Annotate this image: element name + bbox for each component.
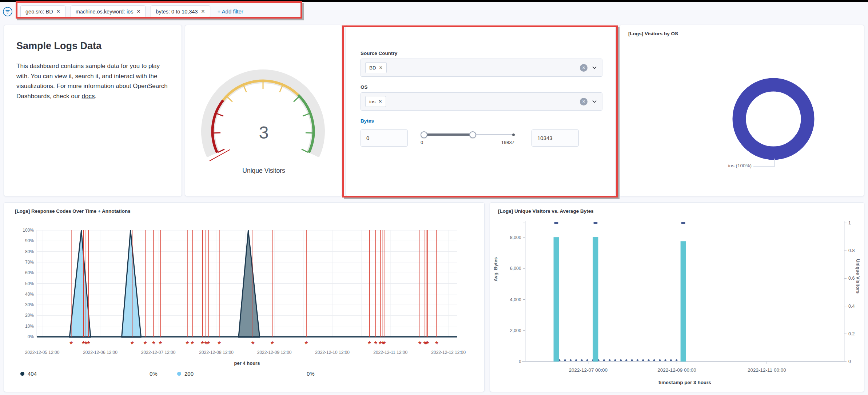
bytes-from-input[interactable]: 0 bbox=[361, 129, 408, 147]
donut-slice-label[interactable]: ios (100%) bbox=[683, 163, 752, 168]
filter-pill-label: machine.os.keyword: ios bbox=[76, 9, 134, 15]
svg-text:2022-12-08 12:00: 2022-12-08 12:00 bbox=[199, 350, 234, 355]
svg-text:6,000: 6,000 bbox=[510, 266, 521, 271]
svg-text:0%: 0% bbox=[28, 334, 34, 339]
svg-text:20%: 20% bbox=[25, 313, 34, 318]
legend-label: 404 bbox=[28, 371, 37, 377]
svg-text:10%: 10% bbox=[25, 324, 34, 329]
gauge-caption: Unique Visitors bbox=[185, 167, 342, 175]
legend-pct-404: 0% bbox=[150, 371, 158, 377]
docs-link[interactable]: docs bbox=[82, 93, 95, 100]
svg-text:*: * bbox=[152, 339, 155, 349]
svg-text:*: * bbox=[304, 339, 308, 349]
svg-text:2022-12-06 12:00: 2022-12-06 12:00 bbox=[83, 350, 118, 355]
svg-text:*: * bbox=[382, 339, 386, 349]
legend-pct-200: 0% bbox=[307, 371, 315, 377]
clear-selection-icon[interactable]: ✕ bbox=[580, 98, 588, 105]
legend-label: 200 bbox=[184, 371, 194, 377]
svg-text:*: * bbox=[191, 339, 194, 349]
svg-text:2022-12-05 12:00: 2022-12-05 12:00 bbox=[25, 350, 60, 355]
svg-text:*: * bbox=[251, 339, 255, 349]
remove-filter-icon[interactable]: ✕ bbox=[56, 9, 60, 14]
svg-text:*: * bbox=[426, 339, 429, 349]
source-country-tag[interactable]: BD ✕ bbox=[365, 62, 387, 73]
slider-handle-from[interactable] bbox=[421, 131, 427, 138]
slider-max-label: 19837 bbox=[501, 140, 514, 145]
svg-text:80%: 80% bbox=[25, 249, 34, 254]
svg-text:2022-12-09 12:00: 2022-12-09 12:00 bbox=[257, 350, 292, 355]
remove-tag-icon[interactable]: ✕ bbox=[379, 65, 383, 70]
svg-text:*: * bbox=[207, 339, 210, 349]
remove-filter-icon[interactable]: ✕ bbox=[201, 9, 205, 14]
svg-text:*: * bbox=[218, 339, 221, 349]
svg-text:per 4 hours: per 4 hours bbox=[234, 360, 260, 366]
legend-item-200[interactable]: 200 bbox=[177, 371, 194, 377]
gauge-value: 3 bbox=[185, 123, 342, 143]
svg-text:2022-12-11 12:00: 2022-12-11 12:00 bbox=[373, 350, 407, 355]
chevron-down-icon[interactable] bbox=[591, 98, 598, 105]
svg-text:*: * bbox=[201, 339, 204, 349]
remove-filter-icon[interactable]: ✕ bbox=[136, 9, 140, 14]
response-codes-chart[interactable]: 100%90%80%70%60%50%40%30%20%10%0%*******… bbox=[4, 203, 485, 392]
source-country-label: Source Country bbox=[361, 51, 397, 56]
svg-text:*: * bbox=[368, 339, 371, 349]
sample-logs-suffix: . bbox=[95, 93, 96, 100]
visitors-vs-bytes-chart[interactable]: 8,0006,0004,0002,000010.80.60.40.202022-… bbox=[490, 203, 865, 392]
filter-pill-label: bytes: 0 to 10,343 bbox=[156, 9, 198, 15]
filter-menu-icon[interactable] bbox=[3, 7, 13, 17]
svg-text:*: * bbox=[69, 339, 73, 349]
filter-pill-geo-src[interactable]: geo.src: BD ✕ bbox=[20, 5, 65, 17]
svg-text:2022-12-09 00:00: 2022-12-09 00:00 bbox=[657, 367, 696, 373]
svg-text:0.6: 0.6 bbox=[848, 276, 855, 281]
svg-text:1: 1 bbox=[848, 220, 851, 226]
svg-text:70%: 70% bbox=[25, 260, 34, 265]
left-axis-title: Avg. Bytes bbox=[493, 257, 498, 282]
svg-text:2022-12-12 12:00: 2022-12-12 12:00 bbox=[431, 350, 466, 355]
panel-sample-logs: Sample Logs Data This dashboard contains… bbox=[4, 25, 182, 196]
svg-text:0.4: 0.4 bbox=[848, 304, 855, 309]
svg-text:8,000: 8,000 bbox=[510, 235, 521, 240]
clear-selection-icon[interactable]: ✕ bbox=[580, 64, 588, 72]
svg-text:*: * bbox=[374, 339, 377, 349]
right-axis-title: Unique Visitors bbox=[855, 259, 861, 294]
os-label: OS bbox=[361, 84, 368, 90]
os-combobox[interactable]: ios ✕ ✕ bbox=[361, 92, 602, 111]
svg-text:*: * bbox=[159, 339, 162, 349]
os-tag[interactable]: ios ✕ bbox=[365, 96, 386, 107]
filter-pill-bytes[interactable]: bytes: 0 to 10,343 ✕ bbox=[151, 5, 210, 17]
panel-unique-visitors-gauge: 3 Unique Visitors bbox=[185, 25, 342, 196]
source-country-combobox[interactable]: BD ✕ ✕ bbox=[361, 59, 602, 77]
legend-item-404[interactable]: 404 bbox=[20, 371, 37, 377]
slider-max-dot bbox=[512, 133, 515, 136]
svg-text:*: * bbox=[144, 339, 147, 349]
svg-text:100%: 100% bbox=[23, 228, 34, 233]
legend-dot-200 bbox=[177, 372, 181, 376]
svg-text:0.8: 0.8 bbox=[848, 248, 855, 253]
svg-text:*: * bbox=[435, 339, 438, 349]
svg-text:2022-12-07 00:00: 2022-12-07 00:00 bbox=[569, 367, 608, 373]
sample-logs-title: Sample Logs Data bbox=[16, 40, 169, 52]
tag-label: BD bbox=[369, 65, 376, 71]
filter-pill-machine-os[interactable]: machine.os.keyword: ios ✕ bbox=[71, 5, 146, 17]
chevron-down-icon[interactable] bbox=[591, 64, 598, 71]
filter-pill-label: geo.src: BD bbox=[25, 9, 53, 15]
panel-visitors-vs-bytes: [Logs] Unique Visitors vs. Average Bytes… bbox=[490, 202, 864, 392]
sample-logs-body: This dashboard contains sample data for … bbox=[16, 61, 174, 101]
svg-text:40%: 40% bbox=[25, 292, 34, 297]
slider-handle-to[interactable] bbox=[469, 131, 476, 138]
visitors-by-os-donut-chart[interactable] bbox=[620, 25, 865, 197]
add-filter-link[interactable]: + Add filter bbox=[218, 8, 243, 15]
bytes-to-input[interactable]: 10343 bbox=[531, 129, 579, 147]
slider-active-range bbox=[424, 133, 473, 136]
svg-text:*: * bbox=[418, 339, 421, 349]
svg-text:2022-12-10 12:00: 2022-12-10 12:00 bbox=[315, 350, 350, 355]
response-codes-legend: 404 0% 200 0% bbox=[4, 371, 485, 382]
svg-text:2022-12-07 12:00: 2022-12-07 12:00 bbox=[141, 350, 176, 355]
remove-tag-icon[interactable]: ✕ bbox=[378, 99, 382, 104]
svg-text:timestamp per 3 hours: timestamp per 3 hours bbox=[658, 380, 711, 385]
legend-dot-404 bbox=[20, 372, 24, 376]
panel-controls: Source Country BD ✕ ✕ OS ios ✕ ✕ Bytes 0 bbox=[346, 25, 616, 196]
filter-bar: geo.src: BD ✕ machine.os.keyword: ios ✕ … bbox=[0, 2, 868, 21]
svg-text:2,000: 2,000 bbox=[510, 328, 521, 333]
svg-text:*: * bbox=[186, 339, 189, 349]
